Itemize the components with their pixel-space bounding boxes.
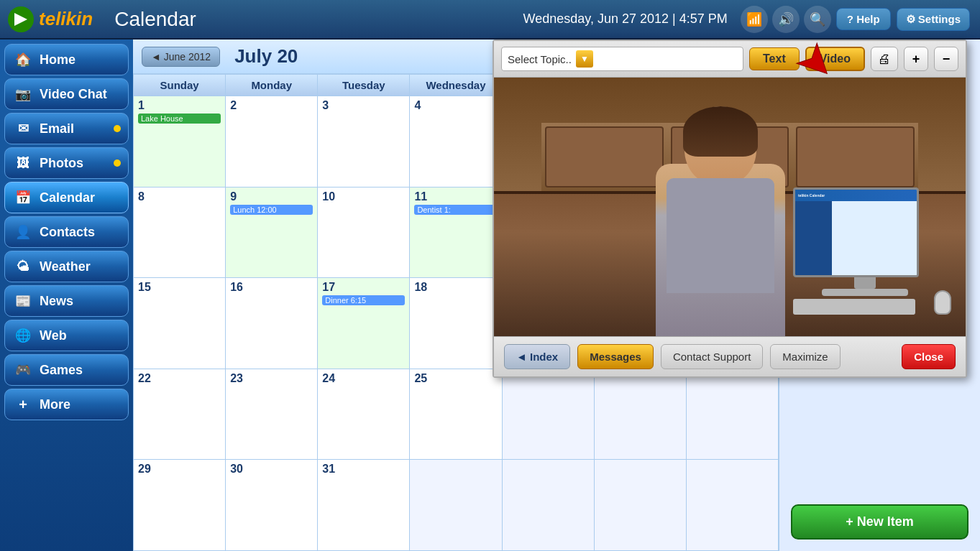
- help-toolbar: Select Topic.. ▼ Text Video 🖨 + −: [494, 41, 966, 78]
- news-icon: 📰: [12, 290, 34, 312]
- day-cell-w4-fri: [595, 369, 687, 460]
- calendar-icon: 📅: [12, 187, 34, 208]
- new-item-button[interactable]: + New Item: [791, 504, 968, 540]
- help-button[interactable]: ? Help: [836, 8, 891, 30]
- computer-on-desk: telikin Calendar: [793, 187, 937, 315]
- sidebar-label-games: Games: [40, 363, 83, 378]
- event-lake-house[interactable]: Lake House: [138, 114, 221, 124]
- video-chat-icon: 📷: [12, 83, 34, 105]
- sidebar-label-news: News: [40, 294, 73, 309]
- photos-icon: 🖼: [12, 152, 34, 174]
- prev-month-button[interactable]: ◄ June 2012: [142, 47, 220, 67]
- day-cell-w5-thu: [503, 460, 595, 551]
- sidebar-item-video-chat[interactable]: 📷 Video Chat: [4, 78, 129, 110]
- day-cell-15[interactable]: 15: [134, 278, 226, 369]
- help-footer: ◄ Index Messages Contact Support Maximiz…: [494, 336, 966, 376]
- more-icon: +: [12, 394, 34, 415]
- sidebar-item-calendar[interactable]: 📅 Calendar: [4, 182, 129, 213]
- day-cell-11[interactable]: 11 Dentist 1:: [410, 187, 502, 279]
- day-cell-10[interactable]: 10: [318, 187, 410, 279]
- speaker-icon[interactable]: 🔊: [772, 6, 800, 33]
- sidebar: 🏠 Home 📷 Video Chat ✉ Email 🖼 Photos 📅 C…: [0, 40, 133, 551]
- event-lunch[interactable]: Lunch 12:00: [230, 205, 313, 215]
- settings-button[interactable]: ⚙ Settings: [897, 8, 970, 31]
- day-cell-23[interactable]: 23: [226, 369, 318, 460]
- page-title: Calendar: [114, 8, 196, 31]
- day-header-wednesday: Wednesday: [410, 75, 502, 96]
- print-button[interactable]: 🖨: [871, 47, 898, 71]
- logo-icon: [7, 6, 35, 33]
- zoom-in-button[interactable]: +: [904, 47, 928, 71]
- day-cell-18[interactable]: 18: [410, 278, 502, 369]
- search-icon[interactable]: 🔍: [804, 6, 831, 33]
- sidebar-label-more: More: [40, 397, 70, 412]
- day-cell-25[interactable]: 25: [410, 369, 502, 460]
- sidebar-label-email: Email: [40, 121, 74, 136]
- zoom-out-button[interactable]: −: [934, 47, 958, 71]
- zoom-in-icon: +: [912, 52, 920, 67]
- day-cell-29[interactable]: 29: [134, 460, 226, 551]
- web-icon: 🌐: [12, 325, 34, 346]
- sidebar-item-photos[interactable]: 🖼 Photos: [4, 147, 129, 179]
- day-cell-9[interactable]: 9 Lunch 12:00: [226, 187, 318, 279]
- messages-button[interactable]: Messages: [577, 344, 654, 369]
- event-dinner[interactable]: Dinner 6:15: [322, 295, 405, 305]
- day-cell-2[interactable]: 2: [226, 96, 318, 187]
- sidebar-item-news[interactable]: 📰 News: [4, 285, 129, 317]
- sidebar-label-photos: Photos: [40, 156, 83, 171]
- contact-support-button[interactable]: Contact Support: [661, 344, 763, 369]
- sidebar-label-calendar: Calendar: [40, 190, 95, 205]
- event-dentist[interactable]: Dentist 1:: [414, 205, 497, 215]
- games-icon: 🎮: [12, 359, 34, 381]
- sidebar-item-home[interactable]: 🏠 Home: [4, 44, 129, 75]
- day-cell-w5-wed: [410, 460, 502, 551]
- help-panel: Select Topic.. ▼ Text Video 🖨 + −: [493, 40, 967, 378]
- day-cell-16[interactable]: 16: [226, 278, 318, 369]
- sidebar-item-more[interactable]: + More: [4, 389, 129, 420]
- day-cell-3[interactable]: 3: [318, 96, 410, 187]
- email-icon: ✉: [12, 118, 34, 139]
- index-button[interactable]: ◄ Index: [504, 344, 570, 369]
- day-cell-w4-thu: [503, 369, 595, 460]
- day-cell-8[interactable]: 8: [134, 187, 226, 279]
- topic-select-label: Select Topic..: [508, 53, 572, 65]
- sidebar-label-weather: Weather: [40, 259, 91, 274]
- day-header-sunday: Sunday: [134, 75, 226, 96]
- home-icon: 🏠: [12, 49, 34, 70]
- sidebar-label-video-chat: Video Chat: [40, 87, 107, 102]
- photos-notification-dot: [114, 159, 121, 167]
- day-cell-4[interactable]: 4: [410, 96, 502, 187]
- sidebar-label-web: Web: [40, 328, 67, 343]
- sidebar-label-home: Home: [40, 52, 75, 68]
- sidebar-item-weather[interactable]: 🌤 Weather: [4, 251, 129, 282]
- day-cell-17[interactable]: 17 Dinner 6:15: [318, 278, 410, 369]
- day-header-tuesday: Tuesday: [318, 75, 410, 96]
- sidebar-item-email[interactable]: ✉ Email: [4, 113, 129, 144]
- sidebar-item-web[interactable]: 🌐 Web: [4, 320, 129, 351]
- topic-select[interactable]: Select Topic.. ▼: [501, 47, 743, 71]
- zoom-out-icon: −: [943, 52, 951, 67]
- datetime-display: Wednesday, Jun 27 2012 | 4:57 PM: [523, 11, 728, 27]
- close-button[interactable]: Close: [902, 344, 956, 369]
- month-year-label: July 20: [234, 45, 298, 68]
- sidebar-item-contacts[interactable]: 👤 Contacts: [4, 216, 129, 248]
- logo-text: telikin: [39, 8, 93, 30]
- maximize-button[interactable]: Maximize: [770, 344, 840, 369]
- help-video-area: telikin Calendar: [494, 78, 966, 336]
- topic-dropdown-arrow[interactable]: ▼: [576, 50, 593, 68]
- day-cell-22[interactable]: 22: [134, 369, 226, 460]
- day-header-monday: Monday: [226, 75, 318, 96]
- day-cell-30[interactable]: 30: [226, 460, 318, 551]
- sidebar-label-contacts: Contacts: [40, 225, 95, 240]
- wifi-icon: 📶: [741, 6, 768, 33]
- day-cell-31[interactable]: 31: [318, 460, 410, 551]
- day-cell-24[interactable]: 24: [318, 369, 410, 460]
- day-cell-w5-fri: [595, 460, 687, 551]
- logo[interactable]: telikin: [7, 6, 93, 33]
- video-scene: telikin Calendar: [494, 78, 966, 336]
- sidebar-item-games[interactable]: 🎮 Games: [4, 354, 129, 386]
- day-cell-w4-sat: [687, 369, 779, 460]
- day-cell-1[interactable]: 1 Lake House: [134, 96, 226, 187]
- print-icon: 🖨: [878, 52, 891, 67]
- topbar: telikin Calendar Wednesday, Jun 27 2012 …: [0, 0, 980, 40]
